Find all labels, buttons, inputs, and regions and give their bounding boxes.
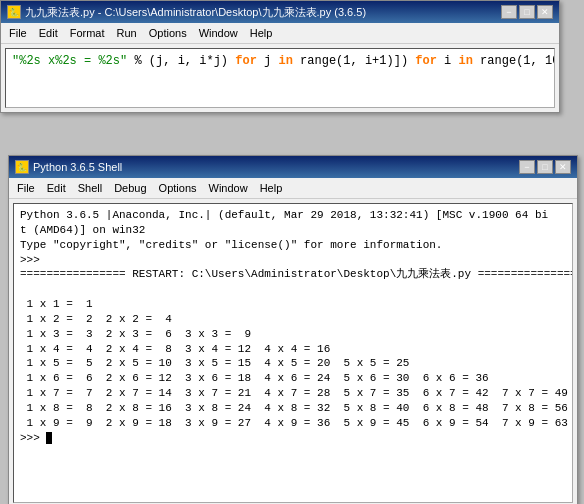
shell-title-bar: 🐍 Python 3.6.5 Shell − □ ✕: [9, 156, 577, 178]
editor-title-bar: 🐍 九九乘法表.py - C:\Users\Administrator\Desk…: [1, 1, 559, 23]
editor-menu-help[interactable]: Help: [244, 25, 279, 41]
editor-menu-bar: File Edit Format Run Options Window Help: [1, 23, 559, 44]
shell-out-5: 1 x 5 = 5 2 x 5 = 10 3 x 5 = 15 4 x 5 = …: [20, 356, 566, 371]
editor-menu-edit[interactable]: Edit: [33, 25, 64, 41]
shell-menu-help[interactable]: Help: [254, 180, 289, 196]
shell-output-area[interactable]: Python 3.6.5 |Anaconda, Inc.| (default, …: [13, 203, 573, 503]
shell-out-2: 1 x 2 = 2 2 x 2 = 4: [20, 312, 566, 327]
shell-menu-edit[interactable]: Edit: [41, 180, 72, 196]
shell-out-1: 1 x 1 = 1: [20, 297, 566, 312]
shell-line-1: t (AMD64)] on win32: [20, 223, 566, 238]
shell-menu-shell[interactable]: Shell: [72, 180, 108, 196]
shell-app-icon: 🐍: [15, 160, 29, 174]
editor-title-left: 🐍 九九乘法表.py - C:\Users\Administrator\Desk…: [7, 5, 366, 20]
shell-menu-bar: File Edit Shell Debug Options Window Hel…: [9, 178, 577, 199]
editor-window: 🐍 九九乘法表.py - C:\Users\Administrator\Desk…: [0, 0, 560, 113]
shell-line-2: Type "copyright", "credits" or "license(…: [20, 238, 566, 253]
shell-out-8: 1 x 8 = 8 2 x 8 = 16 3 x 8 = 24 4 x 8 = …: [20, 401, 566, 416]
shell-title-left: 🐍 Python 3.6.5 Shell: [15, 160, 122, 174]
shell-menu-file[interactable]: File: [11, 180, 41, 196]
shell-maximize-button[interactable]: □: [537, 160, 553, 174]
shell-line-3: >>>: [20, 253, 566, 268]
shell-restart-line: ================ RESTART: C:\Users\Admin…: [20, 267, 566, 282]
shell-window: 🐍 Python 3.6.5 Shell − □ ✕ File Edit She…: [8, 155, 578, 504]
shell-out-6: 1 x 6 = 6 2 x 6 = 12 3 x 6 = 18 4 x 6 = …: [20, 371, 566, 386]
shell-menu-options[interactable]: Options: [153, 180, 203, 196]
shell-prompt[interactable]: >>>: [20, 431, 566, 446]
shell-close-button[interactable]: ✕: [555, 160, 571, 174]
shell-menu-window[interactable]: Window: [203, 180, 254, 196]
shell-minimize-button[interactable]: −: [519, 160, 535, 174]
editor-menu-window[interactable]: Window: [193, 25, 244, 41]
shell-out-9: 1 x 9 = 9 2 x 9 = 18 3 x 9 = 27 4 x 9 = …: [20, 416, 566, 431]
shell-title-text: Python 3.6.5 Shell: [33, 161, 122, 173]
shell-out-3: 1 x 3 = 3 2 x 3 = 6 3 x 3 = 9: [20, 327, 566, 342]
editor-close-button[interactable]: ✕: [537, 5, 553, 19]
shell-blank: [20, 282, 566, 297]
shell-out-7: 1 x 7 = 7 2 x 7 = 14 3 x 7 = 21 4 x 7 = …: [20, 386, 566, 401]
editor-code-area[interactable]: "%2s x%2s = %2s" % (j, i, i*j) for j in …: [5, 48, 555, 108]
editor-menu-options[interactable]: Options: [143, 25, 193, 41]
shell-out-4: 1 x 4 = 4 2 x 4 = 8 3 x 4 = 12 4 x 4 = 1…: [20, 342, 566, 357]
editor-title-text: 九九乘法表.py - C:\Users\Administrator\Deskto…: [25, 5, 366, 20]
code-line-1: "%2s x%2s = %2s" % (j, i, i*j) for j in …: [12, 53, 548, 70]
editor-window-controls: − □ ✕: [501, 5, 553, 19]
editor-app-icon: 🐍: [7, 5, 21, 19]
editor-menu-format[interactable]: Format: [64, 25, 111, 41]
editor-menu-run[interactable]: Run: [111, 25, 143, 41]
editor-minimize-button[interactable]: −: [501, 5, 517, 19]
editor-menu-file[interactable]: File: [3, 25, 33, 41]
shell-menu-debug[interactable]: Debug: [108, 180, 152, 196]
shell-window-controls: − □ ✕: [519, 160, 571, 174]
shell-line-0: Python 3.6.5 |Anaconda, Inc.| (default, …: [20, 208, 566, 223]
editor-maximize-button[interactable]: □: [519, 5, 535, 19]
